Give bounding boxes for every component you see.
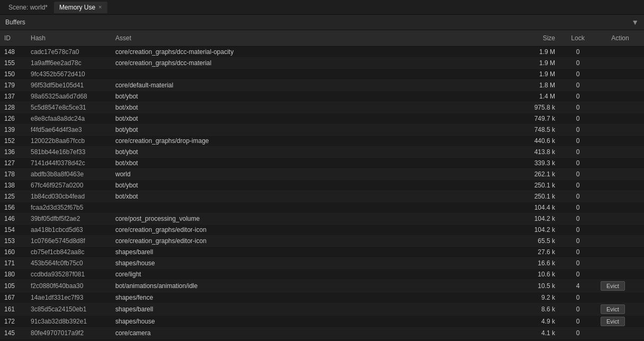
cell-action (596, 51, 644, 53)
cell-asset: bot/ybot (111, 180, 512, 191)
cell-size: 65.5 k (512, 236, 559, 246)
cell-lock: 0 (559, 247, 596, 257)
cell-size: 16.6 k (512, 258, 559, 268)
cell-id: 155 (0, 58, 26, 68)
cell-lock: 0 (559, 91, 596, 102)
cell-action (596, 240, 644, 242)
col-header-id: ID (0, 32, 26, 44)
cell-size: 8.6 k (512, 304, 559, 315)
cell-asset: bot/xbot (111, 102, 512, 113)
cell-lock: 0 (559, 202, 596, 213)
cell-hash: 1c0766e5745d8d8f (26, 236, 111, 246)
cell-action (596, 140, 644, 142)
cell-asset: bot/ybot (111, 147, 512, 157)
cell-hash: 581bb44e16b7ef33 (26, 147, 111, 157)
cell-size: 440.6 k (512, 136, 559, 146)
cell-size: 9.2 k (512, 292, 559, 303)
table-row: 152120022b8aa67fccbcore/creation_graphs/… (0, 136, 644, 147)
table-row: 13798a65325aa6d7d68bot/ybot1.4 M0 (0, 91, 644, 102)
cell-action (596, 73, 644, 75)
cell-asset: core/creation_graphs/editor-icon (111, 236, 512, 246)
evict-button[interactable]: Evict (601, 317, 625, 326)
cell-hash: cadc17e578c7a0 (26, 47, 111, 57)
cell-lock: 0 (559, 124, 596, 135)
cell-id: 171 (0, 258, 26, 268)
scene-title: Scene: world* (4, 2, 52, 13)
cell-size: 27.6 k (512, 247, 559, 257)
cell-hash: 39bf05dfbf5f2ae2 (26, 213, 111, 224)
table-row: 105f2c0880f640baa30bot/animations/animat… (0, 280, 644, 292)
cell-lock: 0 (559, 158, 596, 168)
table-row: 16714ae1df331ec7f93shapes/fence9.2 k0 (0, 292, 644, 303)
cell-size: 104.2 k (512, 225, 559, 235)
cell-id: 172 (0, 316, 26, 327)
table-row: 17996f53df5be105d41core/default-material… (0, 80, 644, 91)
table-row: 13867fc46f9257a0200bot/ybot250.1 k0 (0, 180, 644, 191)
cell-id: 136 (0, 147, 26, 157)
evict-button[interactable]: Evict (601, 281, 625, 291)
cell-asset (111, 73, 512, 76)
cell-id: 139 (0, 124, 26, 135)
cell-action (596, 332, 644, 334)
cell-lock: 0 (559, 180, 596, 191)
cell-lock: 0 (559, 304, 596, 315)
cell-action (596, 151, 644, 153)
cell-id: 153 (0, 236, 26, 246)
cell-asset: core/creation_graphs/dcc-material-opacit… (111, 47, 512, 57)
table-row: 139f4fd5ae64d4f3ae3bot/ybot748.5 k0 (0, 124, 644, 136)
table-row: 1613c85d5ca24150eb1shapes/barell8.6 k0Ev… (0, 303, 644, 316)
cell-hash: 7141d44f0378d42c (26, 158, 111, 168)
cell-lock: 0 (559, 113, 596, 124)
table-row: 14639bf05dfbf5f2ae2core/post_processing_… (0, 213, 644, 225)
title-bar: Scene: world* Memory Use × (0, 0, 644, 15)
cell-action (596, 62, 644, 64)
cell-size: 250.1 k (512, 191, 559, 202)
cell-lock: 0 (559, 213, 596, 224)
tab-close-icon[interactable]: × (98, 4, 102, 10)
cell-asset: shapes/barell (111, 304, 512, 315)
cell-lock: 0 (559, 225, 596, 235)
cell-lock: 0 (559, 328, 596, 338)
cell-hash: 80fe49707017a9f2 (26, 328, 111, 338)
buffers-bar[interactable]: Buffers ▼ (0, 15, 644, 30)
cell-action (596, 184, 644, 186)
cell-hash: aa418b1cbcd5d63 (26, 225, 111, 235)
cell-size: 1.9 M (512, 69, 559, 79)
cell-action (596, 251, 644, 253)
cell-hash: 1b84cd030cb4fead (26, 191, 111, 202)
cell-size: 1.9 M (512, 58, 559, 68)
cell-asset: world (111, 169, 512, 180)
cell-id: 180 (0, 269, 26, 280)
cell-id: 137 (0, 91, 26, 102)
cell-hash: fcaa2d3d352f67b5 (26, 202, 111, 213)
cell-action (596, 273, 644, 275)
table-row: 136581bb44e16b7ef33bot/ybot413.8 k0 (0, 147, 644, 158)
cell-size: 339.3 k (512, 158, 559, 168)
cell-hash: 67fc46f9257a0200 (26, 180, 111, 191)
cell-action (596, 262, 644, 264)
cell-action (596, 84, 644, 86)
cell-id: 160 (0, 247, 26, 257)
col-header-action: Action (596, 32, 644, 44)
cell-size: 1.9 M (512, 47, 559, 57)
cell-action (596, 106, 644, 109)
cell-hash: 453b564fc0fb75c0 (26, 258, 111, 268)
evict-button[interactable]: Evict (601, 304, 625, 314)
cell-asset: bot/xbot (111, 113, 512, 124)
cell-lock: 0 (559, 292, 596, 303)
cell-id: 156 (0, 202, 26, 213)
cell-hash: 3c85d5ca24150eb1 (26, 304, 111, 315)
cell-asset: core/light (111, 269, 512, 280)
table-row: 180ccdbda935287f081core/light10.6 k0 (0, 269, 644, 280)
table-row: 171453b564fc0fb75c0shapes/house16.6 k0 (0, 258, 644, 269)
cell-lock: 0 (559, 69, 596, 79)
cell-asset: core/creation_graphs/dcc-material (111, 58, 512, 68)
cell-lock: 0 (559, 191, 596, 202)
cell-lock: 0 (559, 58, 596, 68)
cell-asset: core/creation_graphs/drop-image (111, 136, 512, 146)
buffers-dropdown-icon[interactable]: ▼ (631, 18, 639, 26)
memory-use-tab[interactable]: Memory Use × (54, 2, 107, 13)
cell-lock: 0 (559, 169, 596, 180)
cell-action (596, 218, 644, 220)
cell-action (596, 95, 644, 97)
